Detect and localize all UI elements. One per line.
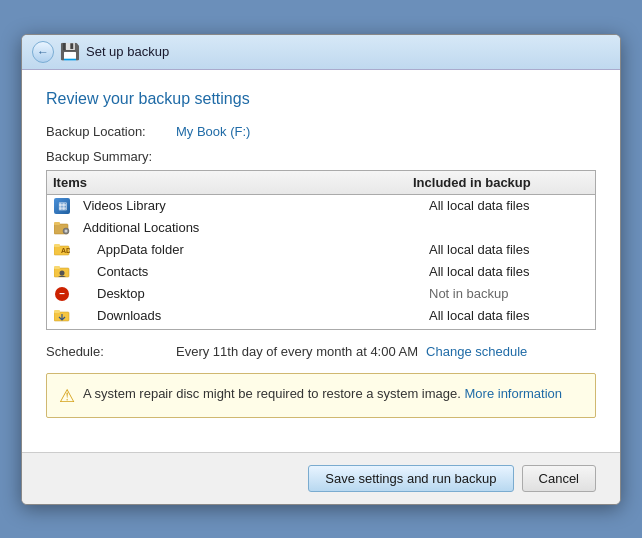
schedule-label: Schedule: — [46, 344, 176, 359]
table-row: – Desktop Not in backup — [47, 283, 595, 305]
backup-window: ← 💾 Set up backup Review your backup set… — [21, 34, 621, 505]
save-run-button[interactable]: Save settings and run backup — [308, 465, 513, 492]
backup-summary-label: Backup Summary: — [46, 149, 596, 164]
row-name: Contacts — [75, 264, 429, 279]
change-schedule-link[interactable]: Change schedule — [426, 344, 527, 359]
table-header: Items Included in backup — [47, 171, 595, 195]
table-row: Additional Locations — [47, 217, 595, 239]
header-included: Included in backup — [413, 175, 573, 190]
svg-point-9 — [60, 271, 65, 276]
footer: Save settings and run backup Cancel — [22, 452, 620, 504]
svg-point-3 — [65, 229, 68, 232]
window-title: Set up backup — [86, 44, 169, 59]
more-info-link[interactable]: More information — [465, 386, 563, 401]
contacts-icon — [53, 263, 71, 281]
folder-gear-icon — [53, 219, 71, 237]
row-name: Videos Library — [75, 198, 429, 213]
back-button[interactable]: ← — [32, 41, 54, 63]
svg-rect-8 — [54, 266, 60, 269]
warning-icon: ⚠ — [59, 385, 75, 407]
main-content: Review your backup settings Backup Locat… — [22, 70, 620, 452]
row-name: AppData folder — [75, 242, 429, 257]
schedule-row: Schedule: Every 11th day of every month … — [46, 344, 596, 359]
backup-location-row: Backup Location: My Book (F:) — [46, 124, 596, 139]
schedule-value: Every 11th day of every month at 4:00 AM — [176, 344, 418, 359]
table-row: AD AppData folder All local data files — [47, 239, 595, 261]
downloads-icon — [53, 307, 71, 325]
backup-location-label: Backup Location: — [46, 124, 176, 139]
backup-icon: 💾 — [60, 42, 80, 61]
table-row: Downloads All local data files — [47, 305, 595, 325]
row-name: Desktop — [75, 286, 429, 301]
no-entry-icon: – — [53, 285, 71, 303]
row-status: All local data files — [429, 308, 589, 323]
table-row: ▦ Videos Library All local data files — [47, 195, 595, 217]
svg-rect-11 — [54, 310, 60, 313]
row-status: All local data files — [429, 198, 589, 213]
row-status: Not in backup — [429, 286, 589, 301]
warning-text: A system repair disc might be required t… — [83, 384, 562, 404]
warning-box: ⚠ A system repair disc might be required… — [46, 373, 596, 418]
row-name: Additional Locations — [75, 220, 429, 235]
header-items: Items — [53, 175, 413, 190]
title-bar: ← 💾 Set up backup — [22, 35, 620, 70]
svg-rect-5 — [54, 244, 60, 247]
backup-location-value: My Book (F:) — [176, 124, 250, 139]
svg-rect-1 — [54, 222, 60, 225]
row-status: All local data files — [429, 264, 589, 279]
appdata-icon: AD — [53, 241, 71, 259]
row-status: All local data files — [429, 242, 589, 257]
table-row: Contacts All local data files — [47, 261, 595, 283]
section-title: Review your backup settings — [46, 90, 596, 108]
svg-text:AD: AD — [61, 247, 70, 254]
backup-table: Items Included in backup ▦ Videos Librar… — [46, 170, 596, 330]
row-name: Downloads — [75, 308, 429, 323]
table-body[interactable]: ▦ Videos Library All local data files — [47, 195, 595, 325]
library-icon: ▦ — [53, 197, 71, 215]
cancel-button[interactable]: Cancel — [522, 465, 596, 492]
